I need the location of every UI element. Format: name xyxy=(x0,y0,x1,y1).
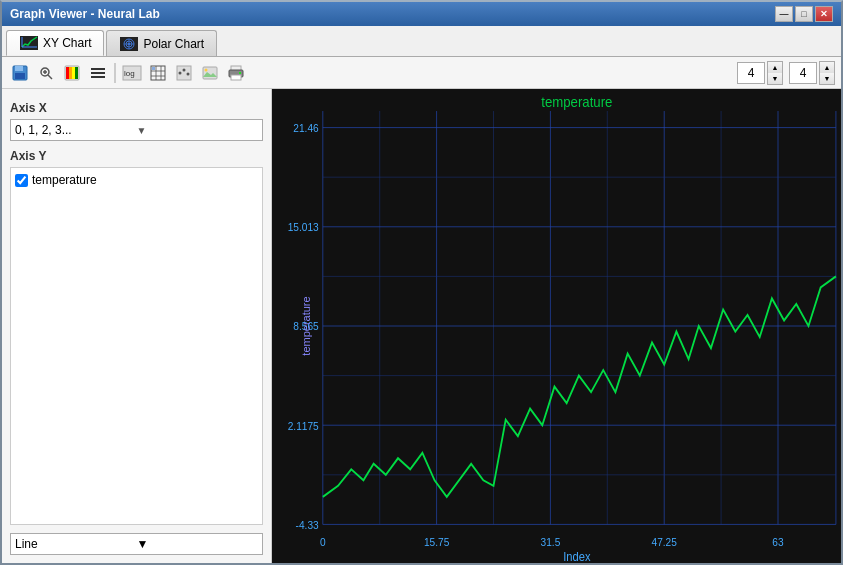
toolbar: log xyxy=(2,57,841,89)
svg-rect-40 xyxy=(231,75,241,80)
toolbar-grid-btn[interactable] xyxy=(146,61,170,85)
toolbar-lines-btn[interactable] xyxy=(86,61,110,85)
svg-text:Index: Index xyxy=(563,549,590,563)
toolbar-save-btn[interactable] xyxy=(8,61,32,85)
temperature-checkbox[interactable] xyxy=(15,174,28,187)
temperature-label: temperature xyxy=(32,173,97,187)
svg-point-35 xyxy=(187,72,190,75)
tab-polar[interactable]: Polar Chart xyxy=(106,30,217,56)
toolbar-color-btn[interactable] xyxy=(60,61,84,85)
svg-rect-17 xyxy=(66,67,69,79)
maximize-button[interactable]: □ xyxy=(795,6,813,22)
main-window: Graph Viewer - Neural Lab — □ ✕ XY Chart xyxy=(0,0,843,565)
spin-value-2[interactable]: 4 xyxy=(789,62,817,84)
svg-text:63: 63 xyxy=(772,536,783,548)
toolbar-points-btn[interactable] xyxy=(172,61,196,85)
title-bar: Graph Viewer - Neural Lab — □ ✕ xyxy=(2,2,841,26)
close-button[interactable]: ✕ xyxy=(815,6,833,22)
list-item: temperature xyxy=(15,172,258,188)
y-axis-label: temperature xyxy=(300,296,312,355)
svg-rect-11 xyxy=(15,73,25,79)
spin-up-2[interactable]: ▲ xyxy=(820,62,834,73)
chart-type-arrow-icon: ▼ xyxy=(137,537,259,551)
main-content: Axis X 0, 1, 2, 3... ▼ Axis Y temperatur… xyxy=(2,89,841,563)
spin-arrows-1: ▲ ▼ xyxy=(767,61,783,85)
window-title: Graph Viewer - Neural Lab xyxy=(10,7,160,21)
spin-down-2[interactable]: ▼ xyxy=(820,73,834,84)
axis-x-value: 0, 1, 2, 3... xyxy=(15,123,137,137)
spin-arrows-2: ▲ ▼ xyxy=(819,61,835,85)
xy-chart-icon xyxy=(19,35,39,51)
toolbar-sep1 xyxy=(114,63,116,83)
spin-box-1: 4 ▲ ▼ xyxy=(737,61,783,85)
toolbar-log-btn[interactable]: log xyxy=(120,61,144,85)
svg-text:15.013: 15.013 xyxy=(288,221,319,233)
chart-svg: temperature 21.46 15.013 8.565 2.1175 -4… xyxy=(272,89,841,563)
svg-text:temperature: temperature xyxy=(541,94,612,110)
tab-xy[interactable]: XY Chart xyxy=(6,30,104,56)
svg-text:15.75: 15.75 xyxy=(424,536,450,548)
spin-up-1[interactable]: ▲ xyxy=(768,62,782,73)
toolbar-image-btn[interactable] xyxy=(198,61,222,85)
svg-rect-10 xyxy=(15,66,23,71)
axis-x-dropdown[interactable]: 0, 1, 2, 3... ▼ xyxy=(10,119,263,141)
spin-box-2: 4 ▲ ▼ xyxy=(789,61,835,85)
svg-text:31.5: 31.5 xyxy=(541,536,561,548)
spin-value-1[interactable]: 4 xyxy=(737,62,765,84)
axis-x-arrow-icon: ▼ xyxy=(137,125,259,136)
svg-rect-20 xyxy=(75,67,78,79)
svg-point-37 xyxy=(205,68,208,71)
svg-text:47.25: 47.25 xyxy=(651,536,677,548)
svg-rect-18 xyxy=(69,67,72,79)
svg-rect-19 xyxy=(72,67,75,79)
svg-point-33 xyxy=(179,71,182,74)
chart-area: temperature xyxy=(272,89,841,563)
title-bar-buttons: — □ ✕ xyxy=(775,6,833,22)
axis-y-label: Axis Y xyxy=(10,149,263,163)
svg-text:log: log xyxy=(124,69,135,78)
svg-text:0: 0 xyxy=(320,536,326,548)
toolbar-print-btn[interactable] xyxy=(224,61,248,85)
chart-type-dropdown[interactable]: Line ▼ xyxy=(10,533,263,555)
svg-line-13 xyxy=(48,75,52,79)
tab-polar-label: Polar Chart xyxy=(143,37,204,51)
y-series-list: temperature xyxy=(10,167,263,525)
svg-rect-31 xyxy=(152,67,155,70)
tabs-bar: XY Chart Polar Chart xyxy=(2,26,841,57)
toolbar-zoom-btn[interactable] xyxy=(34,61,58,85)
svg-point-41 xyxy=(239,72,241,74)
svg-text:21.46: 21.46 xyxy=(293,122,319,134)
chart-type-value: Line xyxy=(15,537,137,551)
svg-text:2.1175: 2.1175 xyxy=(288,419,319,431)
minimize-button[interactable]: — xyxy=(775,6,793,22)
tab-xy-label: XY Chart xyxy=(43,36,91,50)
polar-chart-icon xyxy=(119,36,139,52)
svg-point-34 xyxy=(183,68,186,71)
sidebar: Axis X 0, 1, 2, 3... ▼ Axis Y temperatur… xyxy=(2,89,272,563)
spin-down-1[interactable]: ▼ xyxy=(768,73,782,84)
axis-x-label: Axis X xyxy=(10,101,263,115)
svg-text:-4.33: -4.33 xyxy=(296,518,319,530)
